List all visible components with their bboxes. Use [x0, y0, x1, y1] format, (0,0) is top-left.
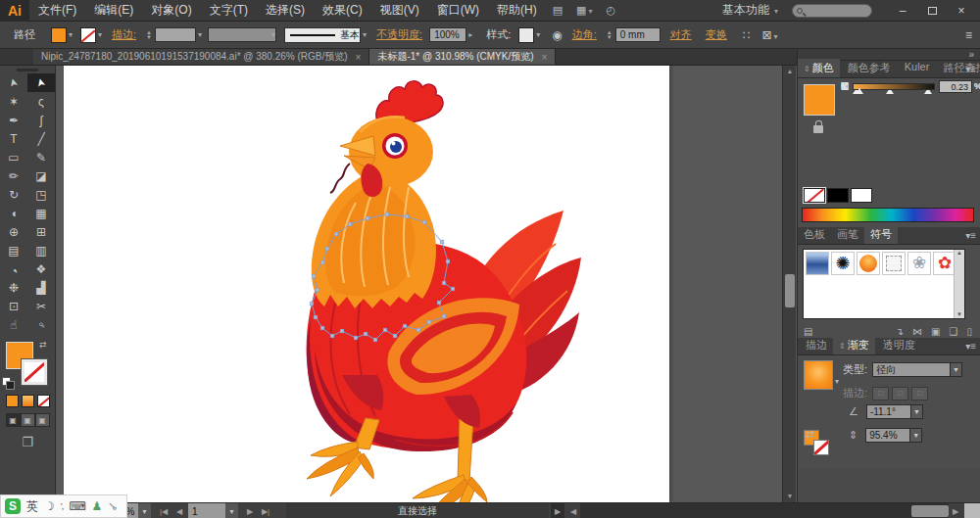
align-objects-icon[interactable]: ∷ [743, 28, 751, 42]
place-symbol-icon[interactable]: ↴ [896, 326, 904, 337]
black-swatch[interactable] [827, 188, 849, 203]
symbol-sprayer-tool[interactable]: ❉ [0, 278, 27, 297]
tab-brushes[interactable]: 画笔 [831, 225, 864, 244]
menubar-item[interactable]: 文字(T) [201, 0, 257, 22]
ime-punct-toggle[interactable]: ’, [61, 501, 64, 511]
gradient-button[interactable] [22, 395, 34, 407]
corner-label[interactable]: 边角: [572, 27, 597, 42]
artboard-tool[interactable]: ⊡ [0, 297, 27, 315]
tab-swatches[interactable]: 色板 [798, 225, 831, 244]
panel-menu-icon[interactable]: ▾≡ [965, 341, 976, 352]
new-symbol-icon[interactable]: ❑ [950, 326, 958, 337]
symbol-ink-splat[interactable]: ✺ [831, 252, 855, 275]
delete-symbol-icon[interactable]: ▯ [966, 326, 972, 337]
pen-tool[interactable]: ✒ [0, 111, 27, 129]
search-input[interactable] [808, 5, 868, 17]
control-panel-menu-icon[interactable]: ≡ [965, 28, 972, 42]
corner-stepper[interactable]: ▲▼ [607, 30, 612, 40]
zoom-dropdown-icon[interactable]: ▼ [138, 503, 151, 518]
none-swatch[interactable] [804, 188, 825, 203]
arrange-documents-icon[interactable]: ▦▾ [576, 4, 592, 17]
gradient-aspect-field[interactable]: 95.4% [865, 428, 910, 443]
hand-tool[interactable]: ☝ [0, 315, 27, 334]
panel-menu-icon[interactable]: ▾≡ [965, 230, 976, 241]
status-expand-icon[interactable]: ▶ [551, 503, 564, 518]
gradient-stroke-none-proxy[interactable] [813, 440, 829, 455]
none-button[interactable] [37, 395, 50, 407]
line-segment-tool[interactable]: ╱ [27, 129, 55, 148]
vertical-scroll-thumb[interactable] [785, 274, 795, 307]
zoom-tool[interactable]: ♀ [27, 315, 55, 334]
brush-definition-select[interactable]: 基本 [284, 27, 361, 43]
symbol-options-icon[interactable]: ▣ [931, 326, 940, 337]
stroke-gradient-within-icon[interactable]: □ [872, 387, 889, 400]
ime-soft-keyboard[interactable]: ⌨ [69, 499, 85, 513]
draw-behind-button[interactable]: ▣ [21, 413, 35, 427]
stroke-color-swatch[interactable] [80, 27, 96, 43]
default-fill-stroke-icon[interactable] [2, 377, 11, 386]
tab-transparency[interactable]: 透明度 [875, 336, 921, 354]
recolor-artwork-icon[interactable]: ◉ [552, 28, 562, 42]
magic-wand-tool[interactable]: ✶ [0, 92, 27, 111]
last-artboard-button[interactable]: ▶| [259, 503, 272, 518]
workspace-switcher[interactable]: 基本功能▾ [722, 2, 778, 19]
artboard-number-field[interactable]: 1 [188, 503, 225, 518]
rooster-illustration[interactable] [64, 66, 669, 502]
align-link[interactable]: 对齐 [670, 27, 692, 42]
menubar-item[interactable]: 选择(S) [257, 0, 314, 22]
menubar-item[interactable]: 编辑(E) [85, 0, 142, 22]
tab-gradient[interactable]: ⇕渐变 [833, 336, 875, 354]
screen-mode-button[interactable]: ❐ [18, 435, 37, 449]
scale-tool[interactable]: ◳ [27, 185, 55, 204]
transform-link[interactable]: 变换 [706, 27, 727, 42]
color-value-field[interactable]: 0.23 [939, 80, 972, 93]
stroke-color-indicator[interactable] [22, 359, 47, 385]
horizontal-scroll-thumb[interactable] [911, 505, 949, 517]
lasso-tool[interactable]: ς [27, 92, 55, 111]
ime-skin[interactable]: ♟ [92, 499, 103, 513]
symbol-orb[interactable] [857, 252, 880, 275]
previous-artboard-button[interactable]: ◀ [172, 503, 186, 518]
document-tab[interactable]: 未标题-1* @ 310.98% (CMYK/预览) × [369, 49, 556, 65]
rectangle-tool[interactable]: ▭ [0, 148, 27, 166]
scroll-right-icon[interactable]: ▶ [949, 503, 962, 518]
style-swatch-select[interactable] [518, 27, 534, 43]
free-transform-tool[interactable]: ▦ [27, 204, 55, 222]
bridge-icon[interactable]: ▤ [553, 4, 563, 17]
corner-field[interactable]: 0 mm [615, 27, 661, 42]
panel-menu-icon[interactable]: ▾≡ [965, 64, 976, 74]
menubar-item[interactable]: 文件(F) [29, 0, 85, 22]
width-tool[interactable]: ◖ [0, 204, 27, 222]
artboard-dropdown-icon[interactable]: ▼ [225, 503, 238, 518]
selection-tool[interactable]: ➤ [0, 73, 27, 92]
stroke-gradient-along-icon[interactable]: □ [892, 387, 908, 400]
symbol-wreath[interactable]: ❀ [907, 252, 931, 275]
paintbrush-tool[interactable]: ✎ [27, 148, 55, 166]
horizontal-scrollbar[interactable] [580, 503, 949, 518]
tab-color[interactable]: ⇕颜色 [798, 59, 840, 77]
ime-half-full-toggle[interactable]: ☽ [44, 499, 55, 513]
menubar-item[interactable]: 效果(C) [314, 0, 371, 22]
close-icon[interactable]: × [356, 52, 362, 63]
stroke-weight-stepper[interactable]: ▲▼ [146, 30, 152, 40]
isolate-object-icon[interactable]: ⊠▾ [761, 28, 777, 42]
minimize-button[interactable]: – [890, 3, 915, 19]
tab-color-guide[interactable]: 颜色参考 [840, 59, 897, 77]
rotate-tool[interactable]: ↻ [0, 185, 27, 204]
blend-tool[interactable]: ❖ [27, 259, 55, 278]
scroll-up-icon[interactable]: ▲ [783, 66, 797, 77]
color-button[interactable] [6, 395, 19, 407]
tab-symbols[interactable]: 符号 [864, 225, 898, 244]
stroke-weight-field[interactable] [155, 27, 196, 42]
restore-button[interactable] [919, 3, 945, 19]
close-icon[interactable]: × [542, 52, 548, 63]
gradient-type-select[interactable]: 径向 [872, 362, 951, 377]
shape-builder-tool[interactable]: ⊕ [0, 222, 27, 241]
symbol-frame[interactable] [882, 252, 906, 275]
white-swatch[interactable] [851, 188, 872, 203]
tools-panel-grip[interactable] [17, 69, 38, 71]
close-button[interactable]: × [949, 3, 974, 19]
menubar-item[interactable]: 对象(O) [142, 0, 200, 22]
first-artboard-button[interactable]: |◀ [157, 503, 171, 518]
pencil-tool[interactable]: ✏ [0, 166, 27, 185]
